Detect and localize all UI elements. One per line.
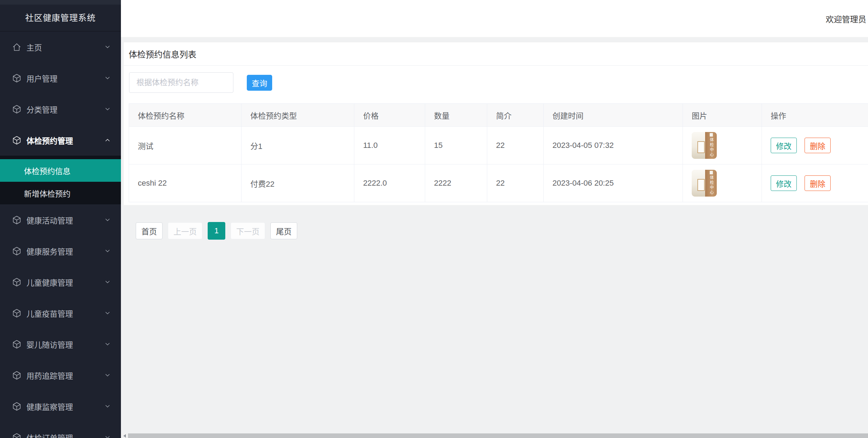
scroll-left-arrow[interactable] xyxy=(121,433,128,438)
cell-created: 2023-04-06 20:25 xyxy=(544,164,683,202)
cube-icon xyxy=(12,433,22,438)
sidebar-item-infant-visit[interactable]: 婴儿随访管理 xyxy=(0,329,121,360)
checkup-photo-thumbnail[interactable]: 体检中心 xyxy=(692,170,717,197)
sidebar-item-child-vaccine[interactable]: 儿童疫苗管理 xyxy=(0,298,121,329)
chevron-down-icon xyxy=(104,216,111,223)
sidebar-item-label: 健康活动管理 xyxy=(26,214,104,226)
cell-actions: 修改 删除 xyxy=(762,127,868,164)
delete-button[interactable]: 删除 xyxy=(805,175,831,191)
edit-button[interactable]: 修改 xyxy=(771,138,797,153)
page-title: 体检预约信息列表 xyxy=(129,48,196,60)
search-row: 查询 xyxy=(124,66,868,93)
list-card: 体检预约信息列表 查询 体检预约名称 体检预约类型 价 xyxy=(124,42,868,205)
cell-image: 体检中心 xyxy=(683,164,762,202)
cube-icon xyxy=(12,371,22,380)
sidebar-item-child-health[interactable]: 儿童健康管理 xyxy=(0,266,121,298)
thumb-door xyxy=(697,141,705,153)
home-icon xyxy=(12,42,22,52)
chevron-down-icon xyxy=(104,310,111,317)
thumb-door xyxy=(697,179,705,191)
col-header-image: 图片 xyxy=(683,104,762,127)
cell-type: 付费22 xyxy=(242,164,354,202)
sidebar-item-label: 用户管理 xyxy=(26,72,104,84)
cube-icon xyxy=(12,215,22,225)
sidebar-item-label: 婴儿随访管理 xyxy=(26,338,104,350)
delete-button[interactable]: 删除 xyxy=(805,138,831,153)
sidebar-item-users[interactable]: 用户管理 xyxy=(0,62,121,94)
sidebar-top-strip xyxy=(0,0,121,5)
cell-actions: 修改 删除 xyxy=(762,164,868,202)
submenu-item-checkup-info[interactable]: 体检预约信息 xyxy=(0,159,121,182)
pagination: 首页 上一页 1 下一页 尾页 xyxy=(136,222,868,240)
table-header-row: 体检预约名称 体检预约类型 价格 数量 简介 创建时间 图片 操作 xyxy=(129,104,868,127)
pagination-next-button[interactable]: 下一页 xyxy=(231,222,265,239)
checkup-table: 体检预约名称 体检预约类型 价格 数量 简介 创建时间 图片 操作 测试 xyxy=(129,103,868,202)
cell-quantity: 15 xyxy=(425,127,487,164)
submenu-item-checkup-add[interactable]: 新增体检预约 xyxy=(0,182,121,204)
sidebar-item-checkup-booking[interactable]: 体检预约管理 xyxy=(0,125,121,156)
cube-icon xyxy=(12,73,22,83)
sidebar-item-label: 健康监察管理 xyxy=(26,401,104,412)
content-area: 欢迎管理员 体检预约信息列表 查询 xyxy=(121,0,868,438)
main-panel: 体检预约信息列表 查询 体检预约名称 体检预约类型 价 xyxy=(121,37,868,438)
col-header-price: 价格 xyxy=(354,104,425,127)
cell-intro: 22 xyxy=(487,127,544,164)
query-button[interactable]: 查询 xyxy=(247,75,272,91)
thumb-sign-text: 体检中心 xyxy=(709,175,713,195)
cube-icon xyxy=(12,136,22,145)
thumb-tag xyxy=(710,133,713,137)
sidebar-item-label: 体检订单管理 xyxy=(26,432,104,438)
edit-button[interactable]: 修改 xyxy=(771,175,797,191)
chevron-down-icon xyxy=(104,434,111,438)
sidebar-submenu: 体检预约信息 新增体检预约 xyxy=(0,156,121,204)
chevron-down-icon xyxy=(104,74,111,82)
col-header-actions: 操作 xyxy=(762,104,868,127)
sidebar: 社区健康管理系统 主页 用户管理 分类管理 体检预约管理 体检预约信息 xyxy=(0,0,121,438)
table-row: 测试 分1 11.0 15 22 2023-04-05 07:32 xyxy=(129,127,868,164)
chevron-up-icon xyxy=(104,137,111,144)
cell-type: 分1 xyxy=(242,127,354,164)
pagination-current-page[interactable]: 1 xyxy=(208,222,225,240)
thumb-sign-text: 体检中心 xyxy=(709,138,713,157)
col-header-name: 体检预约名称 xyxy=(129,104,242,127)
col-header-intro: 简介 xyxy=(487,104,544,127)
cube-icon xyxy=(12,246,22,256)
pagination-last-button[interactable]: 尾页 xyxy=(270,222,297,239)
cell-price: 2222.0 xyxy=(354,164,425,202)
cube-icon xyxy=(12,277,22,287)
cell-intro: 22 xyxy=(487,164,544,202)
search-input[interactable] xyxy=(129,72,233,93)
sidebar-item-label: 用药追踪管理 xyxy=(26,370,104,381)
chevron-down-icon xyxy=(104,43,111,50)
sidebar-item-label: 儿童健康管理 xyxy=(26,276,104,288)
cube-icon xyxy=(12,340,22,349)
cell-created: 2023-04-05 07:32 xyxy=(544,127,683,164)
sidebar-item-health-supervision[interactable]: 健康监察管理 xyxy=(0,391,121,422)
sidebar-item-medication-tracking[interactable]: 用药追踪管理 xyxy=(0,360,121,391)
sidebar-item-home[interactable]: 主页 xyxy=(0,31,121,62)
pagination-prev-button[interactable]: 上一页 xyxy=(168,222,202,239)
table-row: ceshi 22 付费22 2222.0 2222 22 2023-04-06 … xyxy=(129,164,868,202)
chevron-down-icon xyxy=(104,403,111,410)
chevron-down-icon xyxy=(104,341,111,348)
sidebar-item-categories[interactable]: 分类管理 xyxy=(0,94,121,125)
chevron-down-icon xyxy=(104,278,111,286)
col-header-type: 体检预约类型 xyxy=(242,104,354,127)
sidebar-item-checkup-orders[interactable]: 体检订单管理 xyxy=(0,422,121,438)
sidebar-item-health-service[interactable]: 健康服务管理 xyxy=(0,235,121,266)
pagination-first-button[interactable]: 首页 xyxy=(136,222,163,239)
scrollbar-thumb[interactable] xyxy=(128,433,868,438)
chevron-down-icon xyxy=(104,247,111,254)
cell-price: 11.0 xyxy=(354,127,425,164)
checkup-photo-thumbnail[interactable]: 体检中心 xyxy=(692,132,717,159)
sidebar-item-health-activity[interactable]: 健康活动管理 xyxy=(0,204,121,235)
chevron-down-icon xyxy=(104,106,111,113)
horizontal-scrollbar xyxy=(121,433,868,438)
submenu-item-label: 体检预约信息 xyxy=(24,165,71,176)
thumb-tag xyxy=(710,171,713,174)
top-header: 欢迎管理员 xyxy=(121,0,868,37)
chevron-down-icon xyxy=(104,372,111,379)
cell-name: ceshi 22 xyxy=(129,164,242,202)
sidebar-item-label: 儿童疫苗管理 xyxy=(26,307,104,319)
cube-icon xyxy=(12,104,22,114)
